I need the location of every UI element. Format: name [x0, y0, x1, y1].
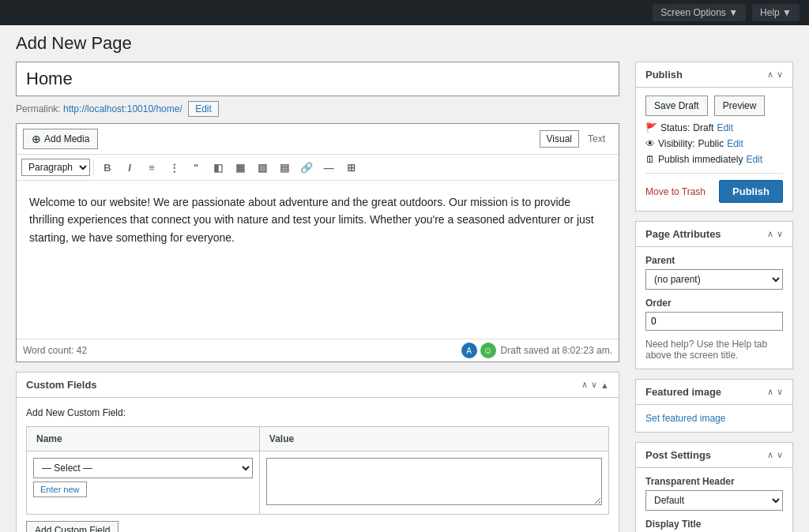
editor-icons: A ☺ [461, 343, 496, 358]
custom-fields-controls: ∧ ∨ ▲ [581, 380, 609, 390]
add-custom-field-button[interactable]: Add Custom Field [26, 521, 119, 532]
transparent-header-row: Transparent Header Default [645, 476, 783, 511]
post-settings-header: Post Settings ∧ ∨ [636, 443, 792, 468]
cf-enter-new-button[interactable]: Enter new [33, 481, 87, 497]
top-bar: Screen Options ▼ Help ▼ [0, 0, 809, 25]
publish-time-edit-link[interactable]: Edit [746, 154, 762, 165]
order-input[interactable] [645, 312, 783, 331]
page-attr-up-icon[interactable]: ∧ [767, 229, 773, 239]
custom-fields-table: Name Value — Select — Enter new [26, 426, 609, 515]
screen-options-button[interactable]: Screen Options ▼ [653, 4, 746, 21]
post-settings-up-icon[interactable]: ∧ [767, 450, 773, 460]
main-layout: Permalink: http://localhost:10010/home/ … [0, 54, 809, 532]
status-value: Draft [693, 122, 713, 133]
page-attributes-panel: Page Attributes ∧ ∨ Parent (no parent) O… [635, 221, 793, 369]
featured-image-header: Featured image ∧ ∨ [636, 380, 792, 405]
help-label: Help [760, 7, 780, 18]
bold-button[interactable]: B [97, 158, 118, 177]
move-to-trash-button[interactable]: Move to Trash [645, 186, 706, 197]
accessibility-icon[interactable]: A [461, 343, 477, 358]
set-featured-image-button[interactable]: Set featured image [645, 413, 725, 424]
featured-image-up-icon[interactable]: ∧ [767, 387, 773, 397]
screen-options-arrow: ▼ [728, 7, 738, 18]
display-title-row: Display Title Default [645, 519, 783, 532]
transparent-header-label: Transparent Header [645, 476, 783, 487]
post-settings-panel: Post Settings ∧ ∨ Transparent Header Def… [635, 442, 793, 532]
permalink-edit-button[interactable]: Edit [188, 101, 219, 117]
add-media-button[interactable]: ⊕ Add Media [23, 129, 98, 149]
publish-button[interactable]: Publish [719, 180, 783, 203]
cf-name-select[interactable]: — Select — [33, 458, 253, 478]
publish-status-row: 🚩 Status: Draft Edit [645, 122, 783, 133]
kitchen-sink-button[interactable]: ⊞ [341, 158, 361, 177]
italic-button[interactable]: I [119, 158, 140, 177]
page-attr-down-icon[interactable]: ∨ [777, 229, 783, 239]
more-button[interactable]: — [318, 158, 339, 177]
add-media-label: Add Media [44, 133, 89, 144]
bullet-list-button[interactable]: ≡ [141, 158, 162, 177]
page-attributes-body: Parent (no parent) Order Need help? Use … [636, 247, 792, 369]
custom-fields-toggle[interactable]: ▲ [600, 380, 609, 390]
publish-panel-title: Publish [645, 69, 683, 81]
custom-fields-header: Custom Fields ∧ ∨ ▲ [17, 373, 619, 398]
post-settings-body: Transparent Header Default Display Title… [636, 468, 792, 532]
publish-panel-controls: ∧ ∨ [767, 69, 783, 80]
permalink-bar: Permalink: http://localhost:10010/home/ … [16, 101, 619, 117]
publish-cal-icon: 🗓 [645, 154, 655, 165]
permalink-label: Permalink: [16, 103, 61, 114]
editor-format-bar: Paragraph B I ≡ ⋮ " ◧ ▦ ▧ ▤ 🔗 — ⊞ [17, 155, 619, 181]
align-left-button[interactable]: ◧ [208, 158, 228, 177]
add-new-cf-label: Add New Custom Field: [26, 407, 609, 418]
custom-fields-up[interactable]: ∧ [581, 380, 588, 390]
featured-image-body: Set featured image [636, 405, 792, 432]
featured-image-panel: Featured image ∧ ∨ Set featured image [635, 379, 793, 433]
align-center-button[interactable]: ▦ [230, 158, 250, 177]
transparent-header-select[interactable]: Default [645, 490, 783, 511]
page-attributes-controls: ∧ ∨ [767, 229, 783, 239]
smiley-icon[interactable]: ☺ [480, 343, 496, 358]
publish-time-row: 🗓 Publish immediately Edit [645, 154, 783, 165]
status-edit-link[interactable]: Edit [717, 122, 733, 133]
format-divider-1 [93, 159, 94, 175]
order-label: Order [645, 298, 783, 309]
screen-options-label: Screen Options [660, 7, 726, 18]
align-justify-button[interactable]: ▤ [274, 158, 295, 177]
add-media-icon: ⊕ [32, 133, 41, 145]
post-settings-down-icon[interactable]: ∨ [777, 450, 783, 460]
save-draft-button[interactable]: Save Draft [645, 96, 708, 116]
visual-tab[interactable]: Visual [540, 130, 579, 148]
text-tab[interactable]: Text [581, 130, 612, 148]
cf-input-row: — Select — Enter new [27, 451, 609, 515]
editor-text: Welcome to our website! We are passionat… [29, 196, 594, 244]
editor-content[interactable]: Welcome to our website! We are passionat… [17, 181, 619, 339]
visibility-edit-link[interactable]: Edit [727, 138, 743, 149]
cf-name-header: Name [27, 427, 260, 451]
page-title-input[interactable] [16, 62, 619, 96]
publish-down-icon[interactable]: ∨ [777, 69, 783, 80]
custom-fields-down[interactable]: ∨ [591, 380, 597, 390]
sidebar: Publish ∧ ∨ Save Draft Preview 🚩 Status:… [635, 62, 793, 532]
page-attr-help: Need help? Use the Help tab above the sc… [645, 339, 783, 361]
post-settings-controls: ∧ ∨ [767, 450, 783, 460]
numbered-list-button[interactable]: ⋮ [164, 158, 184, 177]
featured-image-title: Featured image [645, 386, 721, 398]
publish-up-icon[interactable]: ∧ [767, 69, 773, 80]
featured-image-down-icon[interactable]: ∨ [777, 387, 783, 397]
link-button[interactable]: 🔗 [296, 158, 317, 177]
align-right-button[interactable]: ▧ [252, 158, 273, 177]
parent-select[interactable]: (no parent) [645, 269, 783, 290]
help-button[interactable]: Help ▼ [752, 4, 800, 21]
page-title: Add New Page [16, 33, 132, 54]
publish-panel: Publish ∧ ∨ Save Draft Preview 🚩 Status:… [635, 62, 793, 212]
draft-saved-status: Draft saved at 8:02:23 am. [501, 345, 612, 356]
parent-label: Parent [645, 255, 783, 266]
permalink-url[interactable]: http://localhost:10010/home/ [63, 103, 182, 114]
editor-toolbar-top: ⊕ Add Media Visual Text [17, 124, 619, 155]
cf-value-textarea[interactable] [266, 458, 602, 505]
display-title-label: Display Title [645, 519, 783, 530]
order-row: Order [645, 298, 783, 331]
preview-button[interactable]: Preview [714, 96, 766, 116]
paragraph-select[interactable]: Paragraph [21, 159, 90, 176]
publish-actions: Save Draft Preview [645, 96, 783, 116]
quote-button[interactable]: " [186, 158, 206, 177]
